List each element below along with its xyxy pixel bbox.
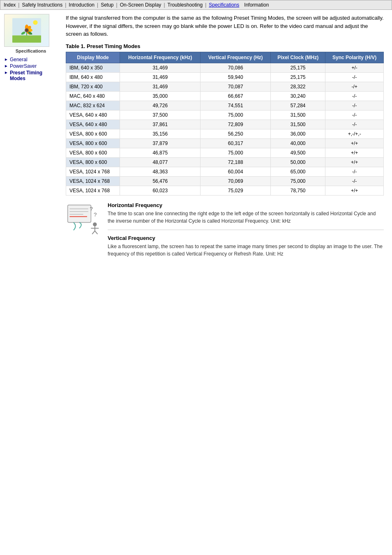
cell-display: VESA, 1024 x 768 [66,167,120,176]
cell-vfreq: 72,188 [201,157,271,167]
cell-display: IBM, 640 x 350 [66,63,120,72]
descriptions: Horizontal Frequency The time to scan on… [108,202,384,267]
cell-display: IBM, 720 x 400 [66,82,120,91]
svg-text:?: ? [90,206,93,212]
sidebar-item-preset-timing[interactable]: ► Preset Timing Modes [4,70,58,81]
cell-display: VESA, 640 x 480 [66,110,120,120]
table-row: VESA, 800 x 600 37,879 60,317 40,000 +/+ [66,138,384,148]
cell-sync: -/- [325,120,384,129]
cell-sync: +/+ [325,186,384,195]
cell-hfreq: 37,861 [120,120,201,129]
bottom-section: ? ? Horizontal Frequency The time to sc [66,202,384,267]
cell-vfreq: 70,087 [201,82,271,91]
cell-sync: -/- [325,176,384,186]
nav-specifications[interactable]: Specifications [209,2,239,8]
nav-sep-6: | [205,2,206,8]
svg-line-21 [92,231,95,234]
cell-display: VESA, 1024 x 768 [66,186,120,195]
col-header-display: Display Mode [66,52,120,63]
vertical-freq-title: Vertical Frequency [108,235,384,241]
cell-hfreq: 35,156 [120,129,201,138]
cell-vfreq: 70,069 [201,176,271,186]
nav-sep-4: | [116,2,118,8]
nav-information[interactable]: Information [244,2,269,8]
cell-display: VESA, 800 x 600 [66,138,120,148]
sidebar-label-powersaver: PowerSaver [10,63,37,69]
sidebar: Specifications ► General ► PowerSaver ► … [4,14,58,267]
cell-hfreq: 37,500 [120,110,201,120]
nav-index[interactable]: Index [4,2,16,8]
sidebar-logo-label: Specifications [4,48,58,53]
timing-table: Display Mode Horizontal Frequency (kHz) … [66,52,384,196]
cell-hfreq: 48,363 [120,167,201,176]
cell-sync: -/- [325,110,384,120]
cell-vfreq: 74,551 [201,101,271,110]
svg-point-9 [25,29,28,32]
nav-sep-3: | [97,2,98,8]
table-row: VESA, 1024 x 768 56,476 70,069 75,000 -/… [66,176,384,186]
table-row: VESA, 800 x 600 35,156 56,250 36,000 +,-… [66,129,384,138]
cell-display: VESA, 1024 x 768 [66,176,120,186]
cell-pixel: 40,000 [270,138,325,148]
nav-troubleshooting[interactable]: Troubleshooting [168,2,203,8]
table-row: MAC, 640 x 480 35,000 66,667 30,240 -/- [66,91,384,101]
sidebar-item-general[interactable]: ► General [4,57,58,62]
table-row: VESA, 640 x 480 37,861 72,809 31,500 -/- [66,120,384,129]
svg-line-22 [95,231,98,234]
cell-pixel: 78,750 [270,186,325,195]
svg-rect-1 [12,35,41,43]
vertical-freq-block: Vertical Frequency Like a fluorescent la… [108,235,384,263]
cell-pixel: 65,000 [270,167,325,176]
cell-hfreq: 31,469 [120,63,201,72]
main-container: Specifications ► General ► PowerSaver ► … [0,10,392,272]
cell-pixel: 75,000 [270,176,325,186]
svg-text:?: ? [94,212,97,218]
cell-hfreq: 31,469 [120,72,201,82]
cell-hfreq: 56,476 [120,176,201,186]
cell-sync: -/- [325,167,384,176]
cell-pixel: 49,500 [270,148,325,157]
cell-hfreq: 31,469 [120,82,201,91]
cell-sync: +/+ [325,138,384,148]
cell-display: VESA, 800 x 600 [66,148,120,157]
table-row: VESA, 1024 x 768 60,023 75,029 78,750 +/… [66,186,384,195]
cell-hfreq: 35,000 [120,91,201,101]
cell-display: IBM, 640 x 480 [66,72,120,82]
cell-pixel: 57,284 [270,101,325,110]
table-title: Table 1. Preset Timing Modes [66,43,384,49]
cell-sync: +/- [325,63,384,72]
table-row: VESA, 800 x 600 46,875 75,000 49,500 +/+ [66,148,384,157]
cell-display: MAC, 640 x 480 [66,91,120,101]
cell-sync: -/- [325,72,384,82]
cell-pixel: 36,000 [270,129,325,138]
sidebar-item-powersaver[interactable]: ► PowerSaver [4,63,58,69]
arrow-icon-preset: ► [4,70,8,75]
cell-hfreq: 49,726 [120,101,201,110]
col-header-hfreq: Horizontal Frequency (kHz) [120,52,201,63]
nav-sep-5: | [164,2,165,8]
cell-sync: -/- [325,101,384,110]
cell-vfreq: 66,667 [201,91,271,101]
arrow-icon-powersaver: ► [4,64,8,68]
nav-safety[interactable]: Safety Instructions [22,2,62,8]
table-row: VESA, 800 x 600 48,077 72,188 50,000 +/+ [66,157,384,167]
content-area: If the signal transferred from the compu… [62,14,388,267]
cell-vfreq: 75,000 [201,148,271,157]
cell-display: VESA, 800 x 600 [66,129,120,138]
cell-pixel: 31,500 [270,120,325,129]
sidebar-label-general: General [10,57,28,62]
horizontal-freq-block: Horizontal Frequency The time to scan on… [108,202,384,230]
cell-vfreq: 60,004 [201,167,271,176]
sidebar-nav: ► General ► PowerSaver ► Preset Timing M… [4,57,58,81]
vertical-freq-text: Like a fluorescent lamp, the screen has … [108,243,384,258]
nav-setup[interactable]: Setup [101,2,113,8]
cell-sync: -/- [325,91,384,101]
nav-introduction[interactable]: Introduction [69,2,95,8]
nav-osd[interactable]: On-Screen Display [120,2,161,8]
table-row: MAC, 832 x 624 49,726 74,551 57,284 -/- [66,101,384,110]
cell-vfreq: 70,086 [201,63,271,72]
cell-sync: -/+ [325,82,384,91]
cell-sync: +,-/+,- [325,129,384,138]
table-row: IBM, 640 x 480 31,469 59,940 25,175 -/- [66,72,384,82]
cell-vfreq: 59,940 [201,72,271,82]
